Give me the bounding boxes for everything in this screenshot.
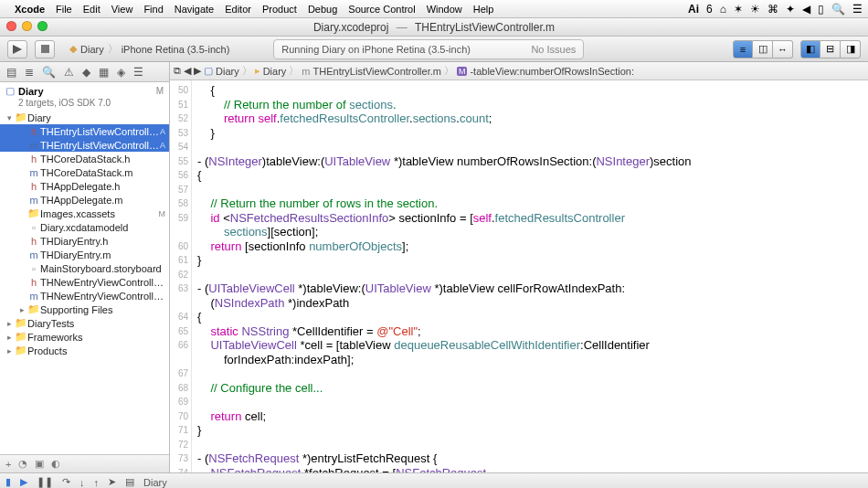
related-items-icon[interactable]: ⧉ [174, 65, 181, 77]
step-into-icon[interactable]: ↓ [79, 477, 85, 488]
status-spotlight-icon[interactable]: 🔍 [831, 3, 845, 16]
run-button[interactable] [7, 40, 27, 58]
filter-recent-icon[interactable]: ◔ [18, 458, 27, 470]
menu-bar: Xcode File Edit View Find Navigate Edito… [0, 0, 868, 18]
status-battery-icon[interactable]: ▯ [818, 3, 824, 16]
file-row[interactable]: ▫Diary.xcdatamodeld [0, 220, 169, 234]
status-notifications-icon[interactable]: ☰ [852, 3, 863, 16]
issue-navigator-icon[interactable]: ⚠ [64, 66, 74, 79]
status-ai-icon[interactable]: Ai [688, 3, 699, 16]
stop-button[interactable] [35, 40, 55, 58]
folder-row[interactable]: ▸📁Supporting Files [0, 302, 169, 316]
jump-group[interactable]: Diary [263, 66, 287, 77]
menu-edit[interactable]: Edit [83, 4, 101, 15]
file-row[interactable]: mTHNewEntryViewController.m [0, 289, 169, 302]
menu-window[interactable]: Window [427, 4, 462, 15]
app-menu[interactable]: Xcode [15, 4, 45, 15]
file-label: Diary.xcdatamodeld [40, 222, 165, 233]
file-label: Diary [27, 112, 165, 123]
folder-row[interactable]: ▸📁DiaryTests [0, 316, 169, 330]
menu-editor[interactable]: Editor [225, 4, 251, 15]
toggle-navigator-button[interactable]: ◧ [800, 40, 820, 58]
line-gutter[interactable]: 5051525354555657585960616263646566676869… [170, 80, 192, 472]
test-navigator-icon[interactable]: ◆ [82, 66, 90, 79]
jump-project[interactable]: Diary [216, 66, 239, 77]
status-sync-icon[interactable]: ✶ [734, 3, 743, 16]
status-wifi-icon[interactable]: ✦ [786, 3, 795, 16]
disclosure-triangle-icon[interactable]: ▸ [16, 305, 27, 314]
standard-editor-button[interactable]: ≡ [733, 40, 753, 58]
menu-product[interactable]: Product [262, 4, 297, 15]
location-icon[interactable]: ➤ [108, 476, 116, 488]
status-dropbox-icon[interactable]: ⌂ [720, 3, 726, 16]
assistant-editor-button[interactable]: ◫ [753, 40, 773, 58]
project-header[interactable]: ▢ Diary M [0, 82, 169, 98]
pause-icon[interactable]: ❚❚ [37, 476, 53, 488]
filter-bookmark-icon[interactable]: ◐ [51, 458, 60, 470]
version-editor-button[interactable]: ↔ [773, 40, 793, 58]
menu-view[interactable]: View [111, 4, 133, 15]
file-row[interactable]: mTHCoreDataStack.m [0, 165, 169, 179]
status-bluetooth-icon[interactable]: ⌘ [767, 3, 778, 16]
jump-file[interactable]: THEntryListViewController.m [313, 66, 441, 77]
folder-row[interactable]: ▾📁Diary [0, 111, 169, 124]
jump-symbol[interactable]: -tableView:numberOfRowsInSection: [470, 66, 634, 77]
menu-source-control[interactable]: Source Control [348, 4, 415, 15]
code-editor[interactable]: 5051525354555657585960616263646566676869… [170, 80, 868, 472]
disclosure-triangle-icon[interactable]: ▸ [4, 333, 15, 342]
disclosure-triangle-icon[interactable]: ▸ [4, 346, 15, 355]
disclosure-triangle-icon[interactable]: ▾ [4, 113, 15, 122]
activity-issues: No Issues [531, 44, 576, 55]
file-row[interactable]: ▫MainStoryboard.storyboard [0, 261, 169, 275]
m-icon: m [27, 195, 40, 206]
find-navigator-icon[interactable]: 🔍 [42, 66, 56, 79]
step-out-icon[interactable]: ↑ [94, 477, 100, 488]
continue-icon[interactable]: ▶ [20, 476, 27, 488]
file-row[interactable]: mTHEntryListViewController.mA [0, 138, 169, 152]
menu-find[interactable]: Find [143, 4, 163, 15]
editor-mode-segment[interactable]: ≡ ◫ ↔ [733, 40, 793, 58]
folder-icon: 📁 [27, 207, 40, 219]
jump-bar[interactable]: ⧉ ◀ ▶ ▢Diary 〉 ▸Diary 〉 mTHEntryListView… [170, 62, 868, 80]
jump-forward-icon[interactable]: ▶ [194, 65, 201, 77]
folder-row[interactable]: 📁Images.xcassetsM [0, 207, 169, 220]
breakpoint-navigator-icon[interactable]: ◈ [117, 66, 125, 79]
file-row[interactable]: mTHDiaryEntry.m [0, 248, 169, 261]
menu-file[interactable]: File [56, 4, 72, 15]
folder-row[interactable]: ▸📁Frameworks [0, 330, 169, 344]
add-button-icon[interactable]: + [5, 459, 11, 470]
file-row[interactable]: hTHNewEntryViewController.h [0, 275, 169, 289]
file-row[interactable]: mTHAppDelegate.m [0, 193, 169, 207]
zoom-window-button[interactable] [37, 21, 48, 31]
panel-toggle-segment[interactable]: ◧ ⊟ ◨ [800, 40, 861, 58]
h-icon: h [27, 236, 40, 247]
toggle-debug-area-button[interactable]: ⊟ [820, 40, 841, 58]
toggle-utilities-button[interactable]: ◨ [841, 40, 861, 58]
status-volume-icon[interactable]: ◀ [802, 3, 810, 16]
menu-debug[interactable]: Debug [308, 4, 337, 15]
toggle-breakpoints-icon[interactable]: ▮ [5, 476, 11, 488]
jump-back-icon[interactable]: ◀ [184, 65, 191, 77]
filter-scm-icon[interactable]: ▣ [35, 458, 44, 470]
scheme-selector[interactable]: ◆ Diary 〉 iPhone Retina (3.5-inch) [69, 42, 229, 56]
project-navigator-icon[interactable]: ▤ [6, 66, 16, 79]
menu-help[interactable]: Help [473, 4, 494, 15]
title-separator: — [397, 21, 408, 34]
folder-icon: 📁 [27, 303, 40, 315]
code-content[interactable]: { // Return the number of sections. retu… [192, 80, 868, 472]
menu-navigate[interactable]: Navigate [175, 4, 214, 15]
file-row[interactable]: hTHAppDelegate.h [0, 179, 169, 193]
folder-row[interactable]: ▸📁Products [0, 344, 169, 357]
file-row[interactable]: hTHEntryListViewController.hA [0, 124, 169, 138]
status-display-icon[interactable]: ☀ [750, 3, 760, 16]
disclosure-triangle-icon[interactable]: ▸ [4, 319, 15, 328]
symbol-navigator-icon[interactable]: ≣ [25, 66, 34, 79]
file-row[interactable]: hTHCoreDataStack.h [0, 152, 169, 165]
file-label: Products [27, 345, 165, 356]
file-row[interactable]: hTHDiaryEntry.h [0, 234, 169, 248]
minimize-window-button[interactable] [22, 21, 32, 31]
debug-navigator-icon[interactable]: ▦ [99, 66, 109, 79]
log-navigator-icon[interactable]: ☰ [133, 66, 143, 79]
close-window-button[interactable] [6, 21, 16, 31]
step-over-icon[interactable]: ↷ [62, 476, 70, 488]
